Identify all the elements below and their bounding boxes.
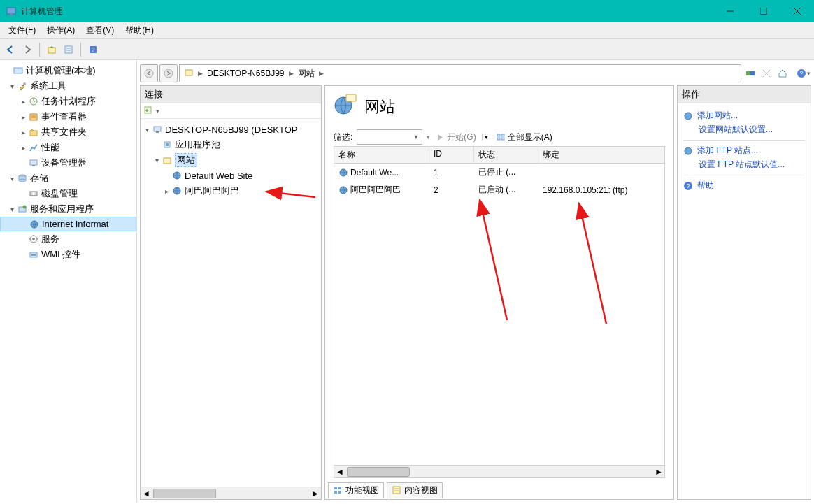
menu-file[interactable]: 文件(F) [3, 23, 41, 38]
chevron-right-icon: ▶ [319, 70, 324, 77]
action-help[interactable]: ?帮助 [683, 180, 805, 192]
action-add-site[interactable]: 添加网站... [683, 110, 805, 122]
tree-services-apps[interactable]: ▾服务和应用程序 [0, 201, 136, 217]
tree-disk-management[interactable]: 磁盘管理 [0, 186, 136, 201]
tree-performance[interactable]: ▸性能 [0, 140, 136, 155]
svg-point-35 [145, 69, 153, 78]
conn-sites[interactable]: ▾网站 [141, 152, 321, 168]
svg-point-71 [685, 113, 692, 120]
svg-rect-39 [750, 71, 755, 75]
breadcrumb-address[interactable]: ▶ DESKTOP-N65BJ99 ▶ 网站 ▶ [179, 64, 741, 82]
svg-rect-58 [497, 138, 500, 140]
show-all-button[interactable]: 全部显示(A) [492, 129, 557, 145]
properties-button[interactable] [61, 42, 76, 57]
svg-rect-0 [7, 8, 15, 14]
svg-rect-1 [10, 14, 13, 15]
breadcrumb-back-button[interactable] [140, 64, 158, 82]
help-button[interactable]: ? [85, 42, 101, 57]
start-split-button[interactable]: ▾ [482, 134, 490, 141]
svg-text:?: ? [91, 46, 94, 53]
svg-point-36 [164, 69, 173, 78]
svg-rect-62 [334, 487, 337, 489]
tree-services[interactable]: 服务 [0, 231, 136, 247]
action-add-ftp[interactable]: 添加 FTP 站点... [683, 145, 805, 157]
start-button[interactable]: 开始(G) [431, 129, 480, 145]
conn-add-icon[interactable] [143, 105, 153, 117]
app-icon [6, 6, 17, 17]
stop-button[interactable] [759, 66, 774, 81]
menubar: 文件(F) 操作(A) 查看(V) 帮助(H) [0, 22, 814, 39]
svg-rect-65 [338, 491, 341, 494]
tree-device-manager[interactable]: 设备管理器 [0, 155, 136, 171]
svg-rect-47 [154, 127, 161, 131]
tree-root[interactable]: 计算机管理(本地) [0, 63, 136, 78]
chevron-right-icon: ▶ [198, 70, 203, 77]
svg-text:?: ? [799, 70, 803, 77]
svg-rect-55 [346, 94, 356, 101]
conn-scrollbar[interactable]: ◄► [141, 487, 321, 499]
svg-rect-6 [48, 48, 55, 53]
view-content-tab[interactable]: 内容视图 [387, 482, 443, 498]
svg-rect-48 [156, 131, 159, 133]
tree-iis[interactable]: Internet Informat [0, 217, 136, 231]
table-row[interactable]: Default We... 1 已停止 (... [334, 164, 664, 181]
filter-combo[interactable]: ▼ [357, 129, 422, 145]
conn-host[interactable]: ▾DESKTOP-N65BJ99 (DESKTOP [141, 122, 321, 137]
connections-panel: 连接 ▾ ▾DESKTOP-N65BJ99 (DESKTOP 应用程序池 ▾网站… [140, 85, 322, 500]
svg-rect-51 [164, 158, 171, 164]
action-set-ftp-defaults[interactable]: 设置 FTP 站点默认值... [699, 159, 805, 171]
actions-panel: 操作 添加网站... 设置网站默认设置... 添加 FTP 站点... 设置 F… [677, 85, 811, 500]
sites-scrollbar[interactable]: ◄► [334, 465, 664, 477]
svg-point-72 [685, 147, 692, 154]
svg-rect-22 [32, 165, 35, 166]
svg-rect-66 [393, 487, 400, 494]
breadcrumb-host[interactable]: DESKTOP-N65BJ99 [207, 69, 285, 78]
svg-text:?: ? [686, 182, 690, 189]
sites-title: 网站 [334, 93, 665, 121]
svg-rect-38 [746, 71, 750, 75]
svg-point-27 [32, 192, 35, 195]
view-feature-tab[interactable]: 功能视图 [328, 482, 384, 498]
filter-label: 筛选: [334, 131, 352, 143]
tree-wmi[interactable]: WMI 控件 [0, 247, 136, 262]
col-binding[interactable]: 绑定 [538, 147, 664, 163]
window-title: 计算机管理 [21, 6, 63, 17]
maximize-button[interactable] [747, 0, 780, 22]
conn-app-pools[interactable]: 应用程序池 [141, 137, 321, 152]
svg-rect-64 [334, 491, 337, 494]
home-button[interactable] [775, 66, 790, 81]
connections-header: 连接 [141, 86, 321, 103]
tree-task-scheduler[interactable]: ▸任务计划程序 [0, 94, 136, 109]
up-level-button[interactable] [44, 42, 59, 57]
tree-event-viewer[interactable]: ▸事件查看器 [0, 109, 136, 124]
tree-storage[interactable]: ▾存储 [0, 171, 136, 186]
close-button[interactable] [780, 0, 814, 22]
breadcrumb-help-button[interactable]: ?▾ [796, 66, 811, 81]
action-set-site-defaults[interactable]: 设置网站默认设置... [699, 124, 805, 136]
refresh-button[interactable] [743, 66, 758, 81]
tree-system-tools[interactable]: ▾系统工具 [0, 78, 136, 94]
breadcrumb-forward-button[interactable] [159, 64, 178, 82]
nav-back-button[interactable] [3, 42, 18, 57]
svg-point-13 [23, 82, 26, 85]
tree-shared-folders[interactable]: ▸共享文件夹 [0, 124, 136, 140]
mmc-tree-pane: 计算机管理(本地) ▾系统工具 ▸任务计划程序 ▸事件查看器 ▸共享文件夹 ▸性… [0, 60, 137, 503]
nav-forward-button[interactable] [20, 42, 35, 57]
svg-rect-3 [760, 8, 767, 15]
col-id[interactable]: ID [429, 147, 474, 163]
breadcrumb-sites[interactable]: 网站 [298, 68, 315, 80]
table-row[interactable]: 阿巴阿巴阿巴 2 已启动 (... 192.168.0.105:21: (ftp… [334, 181, 664, 199]
menu-help[interactable]: 帮助(H) [120, 23, 159, 38]
minimize-button[interactable] [713, 0, 747, 22]
svg-point-25 [19, 179, 26, 182]
menu-action[interactable]: 操作(A) [41, 23, 80, 38]
svg-rect-12 [14, 68, 22, 73]
conn-default-site[interactable]: Default Web Site [141, 168, 321, 183]
menu-view[interactable]: 查看(V) [80, 23, 120, 38]
conn-custom-site[interactable]: ▸阿巴阿巴阿巴 [141, 183, 321, 199]
col-status[interactable]: 状态 [474, 147, 538, 163]
svg-rect-50 [166, 143, 169, 146]
filter-row: 筛选: ▼ ▾ 开始(G) ▾ 全部显示(A) [334, 129, 665, 145]
svg-rect-59 [501, 138, 504, 140]
col-name[interactable]: 名称 [334, 147, 429, 163]
